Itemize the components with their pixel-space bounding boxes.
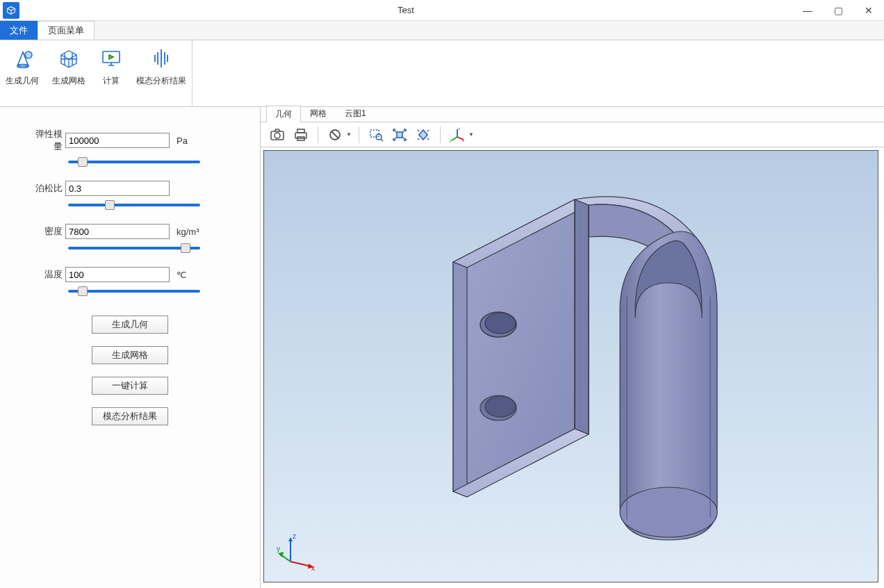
waveform-icon bbox=[136, 46, 186, 71]
view-tab-mesh[interactable]: 网格 bbox=[301, 105, 336, 122]
ribbon-label: 生成网格 bbox=[52, 75, 85, 87]
main-area: 弹性模量 Pa 泊松比 密度 kg/m³ 温度 ℃ 生成几何 生成网格 一键计算 bbox=[0, 107, 884, 588]
close-button[interactable]: ✕ bbox=[853, 0, 884, 21]
svg-point-1 bbox=[25, 51, 32, 58]
ribbon-compute[interactable]: 计算 bbox=[94, 43, 129, 90]
svg-text:x: x bbox=[462, 138, 464, 142]
zoom-rect-icon[interactable] bbox=[366, 125, 386, 145]
btn-gen-mesh[interactable]: 生成网格 bbox=[92, 346, 168, 364]
label-temperature: 温度 bbox=[28, 268, 65, 281]
properties-panel: 弹性模量 Pa 泊松比 密度 kg/m³ 温度 ℃ 生成几何 生成网格 一键计算 bbox=[0, 107, 261, 588]
input-elastic[interactable] bbox=[65, 133, 170, 148]
slider-elastic[interactable] bbox=[68, 161, 200, 163]
monitor-play-icon bbox=[99, 46, 123, 71]
ribbon-label: 模态分析结果 bbox=[136, 75, 186, 87]
maximize-button[interactable]: ▢ bbox=[823, 0, 853, 21]
unit-elastic: Pa bbox=[170, 136, 204, 146]
toolbar-divider bbox=[440, 126, 441, 143]
input-density[interactable] bbox=[65, 224, 170, 239]
label-poisson: 泊松比 bbox=[28, 182, 65, 195]
ribbon-gen-mesh[interactable]: 生成网格 bbox=[47, 43, 91, 90]
toolbar-divider bbox=[318, 126, 318, 143]
ribbon: 生成几何 生成网格 计算 模态分析结果 bbox=[0, 40, 884, 107]
axes-icon: zxy bbox=[448, 125, 467, 145]
field-elastic-modulus: 弹性模量 Pa bbox=[28, 128, 232, 153]
svg-rect-11 bbox=[397, 132, 402, 138]
view-tabs: 几何 网格 云图1 bbox=[261, 107, 884, 122]
window-title: Test bbox=[19, 5, 792, 15]
svg-rect-9 bbox=[370, 130, 379, 137]
label-density: 密度 bbox=[28, 225, 65, 238]
svg-text:y: y bbox=[277, 545, 280, 553]
camera-icon[interactable] bbox=[268, 125, 287, 145]
view-tab-cloud[interactable]: 云图1 bbox=[336, 105, 375, 122]
svg-rect-6 bbox=[297, 129, 304, 133]
unit-temperature: ℃ bbox=[170, 270, 204, 280]
window-controls: — ▢ ✕ bbox=[792, 0, 884, 21]
svg-point-18 bbox=[485, 313, 516, 334]
slider-poisson[interactable] bbox=[68, 204, 200, 206]
btn-modal-result[interactable]: 模态分析结果 bbox=[92, 407, 168, 425]
field-density: 密度 kg/m³ bbox=[28, 224, 232, 239]
menu-tabs: 文件 页面菜单 bbox=[0, 21, 884, 40]
view-tab-geom[interactable]: 几何 bbox=[266, 106, 301, 122]
svg-text:z: z bbox=[458, 127, 460, 131]
svg-text:x: x bbox=[311, 564, 315, 572]
svg-text:y: y bbox=[450, 138, 452, 142]
slider-density[interactable] bbox=[68, 247, 200, 250]
app-icon bbox=[3, 2, 19, 19]
ribbon-label: 计算 bbox=[99, 75, 123, 87]
svg-point-15 bbox=[620, 487, 717, 537]
toolbar-divider bbox=[359, 126, 359, 143]
ribbon-gen-geom[interactable]: 生成几何 bbox=[0, 43, 44, 90]
axes-dropdown[interactable]: zxy ▼ bbox=[448, 125, 474, 145]
input-temperature[interactable] bbox=[65, 267, 170, 282]
label-elastic: 弹性模量 bbox=[28, 128, 65, 153]
svg-point-20 bbox=[485, 396, 516, 417]
fit-view-icon[interactable] bbox=[390, 125, 409, 145]
svg-point-4 bbox=[275, 133, 280, 138]
slider-temperature[interactable] bbox=[68, 290, 200, 293]
btn-compute[interactable]: 一键计算 bbox=[92, 377, 168, 395]
ribbon-label: 生成几何 bbox=[6, 75, 39, 87]
svg-text:z: z bbox=[293, 532, 296, 540]
cone-sphere-icon bbox=[6, 46, 39, 71]
ribbon-group: 生成几何 生成网格 计算 模态分析结果 bbox=[0, 40, 193, 106]
ribbon-modal-result[interactable]: 模态分析结果 bbox=[131, 43, 192, 90]
input-poisson[interactable] bbox=[65, 181, 170, 196]
cube-mesh-icon bbox=[52, 46, 85, 71]
corner-axis-triad: z x y bbox=[277, 530, 318, 572]
minimize-button[interactable]: — bbox=[792, 0, 823, 21]
forbid-dropdown[interactable]: ▼ bbox=[325, 125, 352, 145]
viewport-toolbar: ▼ zxy ▼ bbox=[261, 122, 884, 147]
field-poisson: 泊松比 bbox=[28, 181, 232, 196]
tab-page-menu[interactable]: 页面菜单 bbox=[38, 21, 95, 40]
action-buttons: 生成几何 生成网格 一键计算 模态分析结果 bbox=[28, 316, 232, 425]
rotate-view-icon[interactable] bbox=[414, 125, 433, 145]
unit-density: kg/m³ bbox=[170, 227, 204, 237]
view-panel: 几何 网格 云图1 ▼ bbox=[261, 107, 884, 588]
btn-gen-geom[interactable]: 生成几何 bbox=[92, 316, 168, 334]
model-geometry bbox=[377, 172, 766, 561]
viewport-3d[interactable]: z x y bbox=[263, 150, 878, 582]
field-temperature: 温度 ℃ bbox=[28, 267, 232, 282]
tab-file[interactable]: 文件 bbox=[0, 21, 38, 40]
print-icon[interactable] bbox=[291, 125, 311, 145]
titlebar: Test — ▢ ✕ bbox=[0, 0, 884, 21]
forbid-icon bbox=[325, 125, 345, 145]
